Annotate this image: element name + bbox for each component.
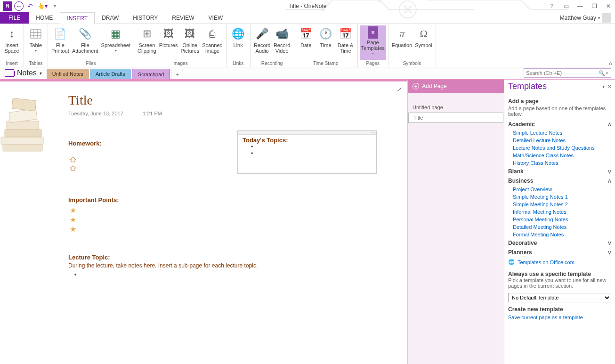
template-informal-meeting[interactable]: Informal Meeting Notes	[508, 208, 611, 216]
insert-space-button[interactable]: ↕ Insert Space	[2, 25, 22, 60]
save-template-link[interactable]: Save current page as a template	[508, 315, 611, 320]
spreadsheet-button[interactable]: ▦ Spreadsheet ▾	[100, 25, 132, 60]
pane-options-button[interactable]: ▾	[602, 84, 605, 89]
record-video-button[interactable]: 📹 Record Video	[272, 25, 292, 60]
create-template-heading: Create new template	[508, 306, 611, 313]
category-planners[interactable]: Plannersᐯ	[508, 248, 611, 257]
section-tab-unfiled[interactable]: Unfiled Notes	[47, 69, 89, 79]
sections-bar: Notes ▾ Unfiled Notes Article Drafts Scr…	[0, 67, 615, 80]
important-points-heading[interactable]: Important Points:	[68, 196, 119, 203]
template-personal-meeting[interactable]: Personal Meeting Notes	[508, 216, 611, 223]
container-drag-handle[interactable]: ⇔	[238, 131, 376, 135]
bullet[interactable]: •	[238, 150, 376, 157]
default-template-select[interactable]: No Default Template	[508, 293, 611, 302]
todays-topics-container[interactable]: ⇔ Today's Topics: • •	[237, 130, 377, 174]
category-decorative[interactable]: Decorativeᐯ	[508, 238, 611, 248]
table-button[interactable]: Table ▾	[26, 25, 46, 60]
add-page-heading: Add a page	[508, 98, 611, 105]
page-templates-button[interactable]: ≡ Page Templates ▾	[360, 25, 386, 60]
section-tab-scratchpad[interactable]: Scratchpad	[132, 69, 170, 79]
section-tab-drafts[interactable]: Article Drafts	[90, 69, 131, 79]
touch-mode-button[interactable]: 👆▾	[37, 1, 48, 11]
tab-draw[interactable]: DRAW	[95, 12, 126, 24]
template-simple-lecture[interactable]: Simple Lecture Notes	[508, 129, 611, 137]
template-project-overview[interactable]: Project Overview	[508, 186, 611, 193]
lecture-hint-text[interactable]: During the lecture, take notes here. Ins…	[68, 262, 258, 269]
add-page-button[interactable]: + Add Page	[408, 80, 504, 93]
lecture-topic-heading[interactable]: Lecture Topic:	[68, 254, 110, 261]
tab-insert[interactable]: INSERT	[60, 12, 95, 24]
back-button[interactable]: ←	[14, 1, 24, 11]
time-button[interactable]: 🕐 Time	[316, 25, 336, 60]
todays-topics-heading[interactable]: Today's Topics:	[238, 135, 376, 144]
screen-clipping-button[interactable]: ⊞ Screen Clipping	[136, 25, 158, 60]
ribbon: ↕ Insert Space Insert Table ▾ Tables 📄 F…	[0, 24, 615, 67]
notebook-name: Notes	[17, 69, 37, 77]
undo-button[interactable]: ↶	[24, 1, 36, 11]
svg-rect-13	[12, 98, 36, 111]
search-scope-dropdown[interactable]: ▾	[606, 71, 611, 75]
template-history[interactable]: History Class Notes	[508, 159, 611, 167]
category-blank[interactable]: Blankᐯ	[508, 167, 611, 176]
minimize-button[interactable]: —	[575, 2, 585, 10]
category-academic[interactable]: Academicᐱ	[508, 120, 611, 129]
ribbon-display-button[interactable]: ▭	[561, 2, 571, 10]
equation-button[interactable]: π Equation	[390, 25, 413, 60]
svg-point-2	[378, 0, 381, 1]
bullet[interactable]: •	[74, 272, 76, 278]
link-button[interactable]: 🌐 Link	[228, 25, 248, 60]
link-icon: 🌐	[231, 26, 246, 41]
templates-title: Templates	[508, 81, 599, 91]
homework-heading[interactable]: Homework:	[68, 140, 102, 147]
template-detailed-lecture[interactable]: Detailed Lecture Notes	[508, 137, 611, 144]
page-time[interactable]: 1:21 PM	[143, 111, 162, 116]
scanned-image-button[interactable]: ⎙ Scanned Image	[201, 25, 224, 60]
search-box[interactable]: 🔍 ▾	[524, 68, 611, 78]
record-audio-button[interactable]: 🎤 Record Audio	[252, 25, 272, 60]
pictures-button[interactable]: 🖼 Pictures	[158, 25, 179, 60]
page-editor[interactable]: ⤢ Title Tuesday, June 13, 2017 1:21 PM H…	[0, 80, 407, 364]
date-time-icon: 📅	[338, 26, 353, 41]
date-button[interactable]: 📅 Date	[296, 25, 316, 60]
scanner-icon: ⎙	[205, 26, 220, 41]
template-simple-meeting-1[interactable]: Simple Meeting Notes 1	[508, 193, 611, 201]
user-menu[interactable]: Matthew Guay ▾	[556, 12, 615, 24]
tab-home[interactable]: HOME	[29, 12, 60, 24]
file-printout-button[interactable]: 📄 File Printout	[50, 25, 71, 60]
tab-view[interactable]: VIEW	[202, 12, 230, 24]
bullet[interactable]: •	[238, 144, 376, 150]
page-date[interactable]: Tuesday, June 13, 2017	[68, 111, 123, 116]
template-simple-meeting-2[interactable]: Simple Meeting Notes 2	[508, 201, 611, 208]
page-list-item[interactable]: Untitled page	[408, 102, 504, 113]
add-section-button[interactable]: +	[171, 70, 183, 79]
search-input[interactable]	[524, 70, 598, 76]
tab-review[interactable]: REVIEW	[165, 12, 201, 24]
spreadsheet-icon: ▦	[108, 26, 123, 41]
page-list-item-selected[interactable]: Title	[408, 113, 503, 123]
svg-rect-8	[3, 145, 42, 151]
expand-page-button[interactable]: ⤢	[397, 86, 402, 93]
templates-office-link[interactable]: 🌐 Templates on Office.com	[508, 257, 611, 267]
close-button[interactable]: ✕	[604, 2, 613, 10]
category-business[interactable]: Businessᐱ	[508, 176, 611, 186]
maximize-button[interactable]: ❐	[590, 2, 599, 10]
close-pane-button[interactable]: ✕	[607, 84, 611, 89]
search-icon[interactable]: 🔍	[598, 70, 606, 76]
svg-rect-9	[1, 137, 43, 145]
tab-file[interactable]: FILE	[0, 12, 29, 24]
date-time-button[interactable]: 📅 Date & Time	[336, 25, 356, 60]
pi-icon: π	[395, 26, 410, 41]
collapse-ribbon-button[interactable]: ᐱ	[609, 61, 612, 66]
symbol-button[interactable]: Ω Symbol	[413, 25, 434, 60]
template-detailed-meeting[interactable]: Detailed Meeting Notes	[508, 223, 611, 231]
qat-customize[interactable]: ▾	[49, 1, 60, 11]
page-title[interactable]: Title	[68, 93, 370, 109]
tab-history[interactable]: HISTORY	[126, 12, 165, 24]
template-formal-meeting[interactable]: Formal Meeting Notes	[508, 231, 611, 238]
template-lecture-study[interactable]: Lecture Notes and Study Questions	[508, 144, 611, 152]
notebook-picker[interactable]: Notes ▾	[0, 69, 47, 79]
online-pictures-button[interactable]: 🖼 Online Pictures	[179, 25, 201, 60]
file-attachment-button[interactable]: 📎 File Attachment	[71, 25, 100, 60]
help-button[interactable]: ?	[547, 2, 557, 10]
template-math-science[interactable]: Math/Science Class Notes	[508, 152, 611, 159]
